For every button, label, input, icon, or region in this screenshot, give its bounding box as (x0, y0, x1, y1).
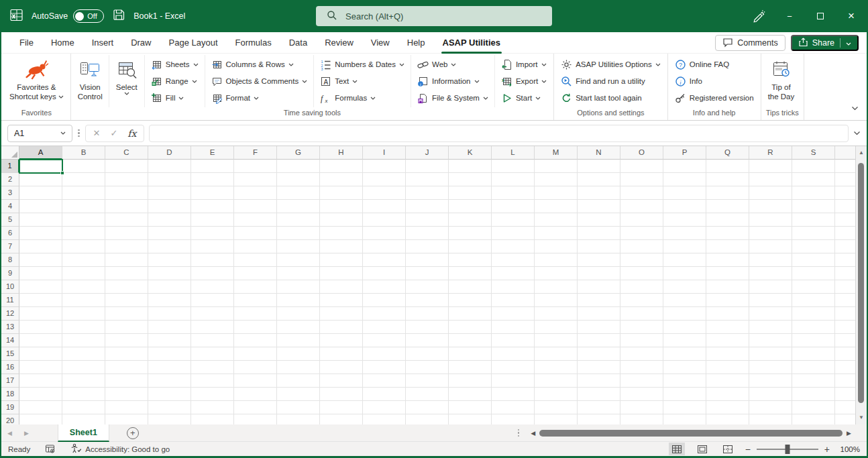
cell-a13[interactable] (19, 321, 62, 334)
cell-a4[interactable] (19, 200, 62, 213)
cell-o17[interactable] (620, 374, 663, 388)
row-header-19[interactable]: 19 (1, 401, 19, 414)
cell-a19[interactable] (19, 401, 62, 414)
maximize-button[interactable] (805, 0, 836, 32)
cell-h6[interactable] (320, 227, 363, 240)
row-header-5[interactable]: 5 (1, 213, 19, 227)
column-header-m[interactable]: M (535, 146, 578, 160)
cell-o4[interactable] (620, 200, 663, 213)
cell-i1[interactable] (363, 160, 406, 173)
cell-g3[interactable] (277, 186, 320, 200)
chevron-down-icon[interactable] (60, 131, 66, 135)
cell-l13[interactable] (492, 321, 535, 334)
row-header-3[interactable]: 3 (1, 186, 19, 200)
cell-b7[interactable] (62, 240, 105, 253)
cell-e12[interactable] (191, 307, 234, 321)
cell-a17[interactable] (19, 374, 62, 388)
cell-c3[interactable] (105, 186, 148, 200)
cell-c2[interactable] (105, 173, 148, 186)
vertical-scroll-thumb[interactable] (858, 163, 864, 403)
cell-c1[interactable] (105, 160, 148, 173)
normal-view-button[interactable] (669, 443, 685, 455)
cell-m17[interactable] (535, 374, 578, 388)
cell-h15[interactable] (320, 347, 363, 361)
cell-f6[interactable] (234, 227, 277, 240)
cell-j2[interactable] (406, 173, 449, 186)
cell-p1[interactable] (663, 160, 706, 173)
cell-a14[interactable] (19, 334, 62, 347)
cell-c8[interactable] (105, 253, 148, 267)
cell-k18[interactable] (449, 388, 492, 401)
cell-n6[interactable] (578, 227, 620, 240)
cell-d17[interactable] (148, 374, 191, 388)
cell-e10[interactable] (191, 280, 234, 294)
cell-o11[interactable] (620, 294, 663, 307)
next-sheet-icon[interactable]: ▶ (18, 430, 35, 437)
cell-l18[interactable] (492, 388, 535, 401)
cell-e6[interactable] (191, 227, 234, 240)
cell-a7[interactable] (19, 240, 62, 253)
cell-j18[interactable] (406, 388, 449, 401)
cell-s3[interactable] (792, 186, 835, 200)
cell-h20[interactable] (320, 414, 363, 424)
cell-a16[interactable] (19, 361, 62, 374)
cell-h12[interactable] (320, 307, 363, 321)
cell-r17[interactable] (749, 374, 792, 388)
cell-partial-3[interactable] (835, 186, 855, 200)
row-header-13[interactable]: 13 (1, 321, 19, 334)
cell-p13[interactable] (663, 321, 706, 334)
cell-d12[interactable] (148, 307, 191, 321)
cell-d11[interactable] (148, 294, 191, 307)
cell-r3[interactable] (749, 186, 792, 200)
cell-s20[interactable] (792, 414, 835, 424)
cell-n13[interactable] (578, 321, 620, 334)
column-header-partial[interactable] (835, 146, 855, 160)
cell-d7[interactable] (148, 240, 191, 253)
tab-view[interactable]: View (362, 32, 398, 54)
cell-d19[interactable] (148, 401, 191, 414)
cell-f15[interactable] (234, 347, 277, 361)
cell-k19[interactable] (449, 401, 492, 414)
cell-i16[interactable] (363, 361, 406, 374)
cell-o14[interactable] (620, 334, 663, 347)
cell-j10[interactable] (406, 280, 449, 294)
macro-record-icon[interactable] (45, 444, 56, 454)
cell-partial-4[interactable] (835, 200, 855, 213)
cell-o18[interactable] (620, 388, 663, 401)
row-header-8[interactable]: 8 (1, 253, 19, 267)
cell-k11[interactable] (449, 294, 492, 307)
cell-s9[interactable] (792, 267, 835, 280)
cell-n4[interactable] (578, 200, 620, 213)
cell-partial-19[interactable] (835, 401, 855, 414)
previous-sheet-icon[interactable]: ◀ (1, 430, 18, 437)
cell-l5[interactable] (492, 213, 535, 227)
autosave-toggle[interactable]: Off (73, 9, 104, 23)
row-header-10[interactable]: 10 (1, 280, 19, 294)
cell-k16[interactable] (449, 361, 492, 374)
cell-r10[interactable] (749, 280, 792, 294)
ribbon-button-vision-control[interactable]: VisionControl (75, 55, 105, 101)
tab-formulas[interactable]: Formulas (227, 32, 280, 54)
cell-r20[interactable] (749, 414, 792, 424)
cell-i10[interactable] (363, 280, 406, 294)
cell-q6[interactable] (706, 227, 749, 240)
cell-s14[interactable] (792, 334, 835, 347)
cell-k1[interactable] (449, 160, 492, 173)
column-header-a[interactable]: A (19, 146, 62, 160)
zoom-in-icon[interactable]: + (824, 444, 830, 455)
column-header-p[interactable]: P (663, 146, 706, 160)
cell-o8[interactable] (620, 253, 663, 267)
cell-f16[interactable] (234, 361, 277, 374)
cell-b8[interactable] (62, 253, 105, 267)
ribbon-item-start-last-tool-again[interactable]: Start last tool again (558, 90, 663, 107)
cell-b18[interactable] (62, 388, 105, 401)
cell-p2[interactable] (663, 173, 706, 186)
cell-p20[interactable] (663, 414, 706, 424)
cell-p15[interactable] (663, 347, 706, 361)
cell-i12[interactable] (363, 307, 406, 321)
cell-e17[interactable] (191, 374, 234, 388)
tab-home[interactable]: Home (42, 32, 83, 54)
tab-data[interactable]: Data (280, 32, 316, 54)
cell-q20[interactable] (706, 414, 749, 424)
formula-input[interactable] (149, 125, 849, 142)
